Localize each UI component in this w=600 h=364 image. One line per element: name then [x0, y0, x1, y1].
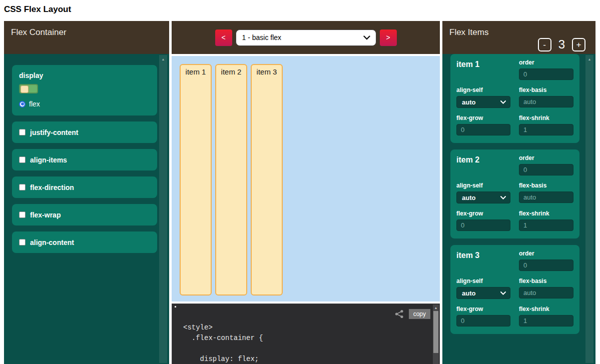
- property-card-flex-direction[interactable]: flex-direction: [12, 176, 157, 198]
- radio-checked-icon: [19, 101, 26, 108]
- flex-item-card-3: item 3 order align-self auto flex-basis: [450, 245, 579, 334]
- demo-item-3-label: item 3: [257, 68, 277, 76]
- demo-item-1: item 1: [180, 64, 212, 296]
- flex-demo-container: item 1 item 2 item 3: [172, 56, 440, 302]
- justify-content-checkbox[interactable]: [19, 129, 26, 136]
- preview-header: < 1 - basic flex >: [172, 21, 440, 54]
- code-toolbar: copy: [395, 309, 430, 319]
- left-panel-scrollbar[interactable]: ▲: [159, 55, 167, 363]
- align-self-label: align-self: [456, 278, 510, 284]
- flex-wrap-label: flex-wrap: [30, 211, 61, 219]
- flex-items-panel-body: ▲ item 1 order align-self auto flex-basi…: [442, 54, 595, 364]
- share-icon[interactable]: [395, 310, 404, 318]
- item-1-align-self-select[interactable]: auto: [456, 96, 510, 108]
- next-example-button[interactable]: >: [380, 30, 397, 46]
- item-3-flex-basis-input[interactable]: [519, 287, 573, 298]
- item-3-flex-shrink-field: flex-shrink: [519, 306, 573, 326]
- preview-panel: < 1 - basic flex > item 1 item 2 item 3: [172, 21, 440, 364]
- right-panel-scrollbar[interactable]: ▲: [585, 55, 593, 363]
- display-label: display: [19, 72, 150, 80]
- item-3-flex-grow-field: flex-grow: [456, 306, 510, 326]
- display-flex-radio[interactable]: flex: [19, 100, 150, 108]
- scroll-up-icon: ▲: [159, 55, 167, 61]
- flex-items-panel-title: Flex Items: [449, 28, 488, 38]
- item-1-title: item 1: [456, 59, 510, 80]
- item-2-order-input[interactable]: [519, 164, 573, 176]
- item-2-align-self-field: align-self auto: [456, 182, 510, 204]
- code-panel: copy ▲ <style> .flex-container { display…: [172, 304, 440, 364]
- order-label: order: [519, 59, 573, 66]
- item-2-flex-grow-input[interactable]: [456, 220, 510, 231]
- property-card-align-content[interactable]: align-content: [12, 232, 157, 253]
- scroll-up-icon: ▲: [585, 55, 593, 61]
- item-2-flex-basis-field: flex-basis: [519, 182, 573, 204]
- order-label: order: [519, 250, 573, 257]
- property-card-flex-wrap[interactable]: flex-wrap: [12, 204, 157, 226]
- item-3-order-field: order: [519, 250, 573, 271]
- flex-item-card-2: item 2 order align-self auto flex-basis: [450, 150, 579, 238]
- flex-wrap-checkbox[interactable]: [19, 212, 26, 218]
- align-items-checkbox[interactable]: [19, 156, 26, 163]
- item-1-align-self-field: align-self auto: [456, 86, 510, 108]
- item-1-flex-shrink-field: flex-shrink: [519, 114, 573, 136]
- item-3-title: item 3: [456, 250, 510, 271]
- flex-items-panel: Flex Items - 3 + ▲ item 1 order align-se…: [442, 21, 595, 364]
- justify-content-label: justify-content: [30, 128, 78, 136]
- demo-item-3: item 3: [251, 64, 283, 296]
- item-1-flex-grow-field: flex-grow: [456, 114, 510, 136]
- example-select[interactable]: 1 - basic flex: [236, 30, 376, 46]
- code-content: <style> .flex-container { display: flex;: [183, 322, 429, 364]
- flex-container-panel-title: Flex Container: [11, 28, 67, 38]
- flex-container-panel-header: Flex Container: [4, 21, 169, 54]
- code-scrollbar[interactable]: ▲: [433, 304, 439, 364]
- align-items-label: align-items: [30, 156, 67, 164]
- item-2-flex-shrink-field: flex-shrink: [519, 210, 573, 231]
- flex-direction-checkbox[interactable]: [19, 184, 26, 190]
- page-title: CSS Flex Layout: [4, 4, 71, 14]
- item-3-align-self-select[interactable]: auto: [456, 287, 510, 299]
- flex-grow-label: flex-grow: [456, 114, 510, 122]
- order-label: order: [519, 154, 573, 162]
- flex-item-card-1: item 1 order align-self auto flex-basis: [450, 54, 579, 143]
- item-1-flex-basis-field: flex-basis: [519, 86, 573, 108]
- flex-container-panel: Flex Container ▲ display flex justify-co…: [4, 21, 169, 364]
- demo-item-1-label: item 1: [186, 68, 206, 76]
- flex-basis-label: flex-basis: [519, 182, 573, 189]
- flex-container-panel-body: ▲ display flex justify-content align-ite…: [4, 54, 169, 364]
- add-item-button[interactable]: +: [572, 38, 585, 52]
- item-3-flex-grow-input[interactable]: [456, 315, 510, 326]
- prev-example-button[interactable]: <: [215, 30, 232, 46]
- item-2-flex-basis-input[interactable]: [519, 192, 573, 203]
- flex-grow-label: flex-grow: [456, 210, 510, 217]
- property-card-align-items[interactable]: align-items: [12, 149, 157, 170]
- scroll-up-icon: ▲: [433, 304, 439, 310]
- item-2-title: item 2: [456, 154, 510, 176]
- align-self-label: align-self: [456, 86, 510, 94]
- remove-item-button[interactable]: -: [538, 38, 551, 52]
- item-3-flex-basis-field: flex-basis: [519, 278, 573, 299]
- align-content-label: align-content: [30, 238, 74, 246]
- item-3-flex-shrink-input[interactable]: [519, 315, 573, 326]
- demo-item-2-label: item 2: [221, 68, 242, 76]
- item-2-order-field: order: [519, 154, 573, 176]
- flex-direction-label: flex-direction: [30, 184, 74, 192]
- item-3-order-input[interactable]: [519, 260, 573, 271]
- item-1-flex-basis-input[interactable]: [519, 96, 573, 108]
- flex-shrink-label: flex-shrink: [519, 210, 573, 217]
- align-self-label: align-self: [456, 182, 510, 189]
- align-content-checkbox[interactable]: [19, 239, 26, 246]
- flex-items-panel-header: Flex Items - 3 +: [442, 21, 595, 54]
- item-2-align-self-select[interactable]: auto: [456, 192, 510, 204]
- flex-basis-label: flex-basis: [519, 86, 573, 94]
- item-1-flex-grow-input[interactable]: [456, 124, 510, 136]
- flex-grow-label: flex-grow: [456, 306, 510, 312]
- flex-shrink-label: flex-shrink: [519, 114, 573, 122]
- display-toggle[interactable]: [19, 84, 38, 94]
- flex-basis-label: flex-basis: [519, 278, 573, 284]
- item-1-order-input[interactable]: [519, 68, 573, 80]
- item-1-flex-shrink-input[interactable]: [519, 124, 573, 136]
- scrollbar-thumb[interactable]: [433, 311, 438, 353]
- item-2-flex-shrink-input[interactable]: [519, 220, 573, 231]
- property-card-justify-content[interactable]: justify-content: [12, 122, 157, 143]
- copy-button[interactable]: copy: [409, 309, 430, 319]
